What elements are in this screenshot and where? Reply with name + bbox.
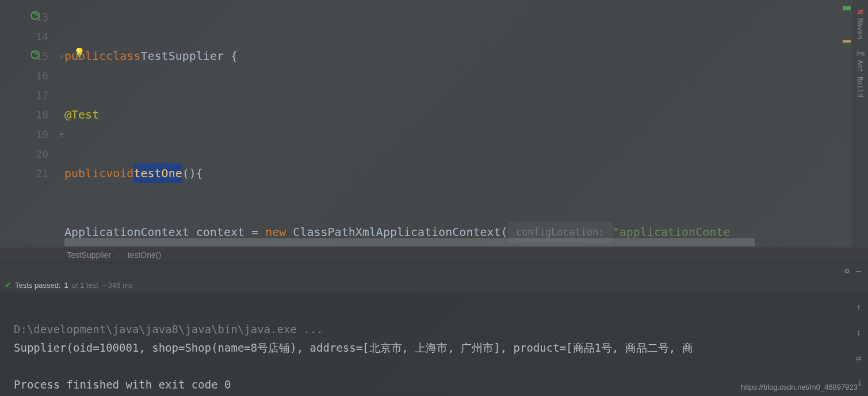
console-controls: ↑ ↓ ⇄ ⤓: [856, 298, 863, 393]
scroll-down-icon[interactable]: ↓: [856, 323, 863, 342]
scroll-up-icon[interactable]: ↑: [856, 298, 863, 317]
gutter-line-15[interactable]: 15 ⊟: [0, 46, 64, 66]
chevron-right-icon: ›: [118, 250, 121, 260]
test-status-label: Tests passed:: [15, 281, 61, 290]
inspection-ok-marker: [843, 6, 851, 10]
editor-area: 13 14 15 ⊟ 16 17 18 19 ⊟ 20: [0, 0, 868, 248]
hide-icon[interactable]: —: [856, 266, 861, 275]
gutter-line-19[interactable]: 19 ⊟: [0, 124, 64, 144]
right-tool-sidebar: m Maven 🐜 Ant Build: [852, 0, 868, 248]
gutter-line-21[interactable]: 21: [0, 163, 64, 183]
breadcrumb-class[interactable]: TestSupplier: [67, 250, 111, 260]
ant-tool-tab[interactable]: 🐜 Ant Build: [854, 44, 866, 102]
exit-message: Process finished with exit code 0: [14, 378, 231, 391]
gutter-line-14[interactable]: 14: [0, 26, 64, 46]
gutter-line-16[interactable]: 16: [0, 66, 64, 85]
run-test-icon[interactable]: [30, 10, 40, 23]
line-number: 18: [36, 109, 48, 121]
java-exec-path: D:\development\java\java8\java\bin\java.…: [14, 323, 323, 336]
fold-icon[interactable]: ⊟: [60, 53, 63, 59]
test-status-bar: ✔ Tests passed: 1 of 1 test – 346 ms: [0, 277, 868, 292]
maven-tool-tab[interactable]: m Maven: [855, 2, 865, 44]
line-number: 14: [36, 31, 48, 43]
console-output[interactable]: D:\development\java\java8\java\bin\java.…: [0, 292, 868, 396]
soft-wrap-icon[interactable]: ⇄: [856, 349, 863, 367]
horizontal-scrollbar[interactable]: [64, 238, 755, 246]
inspection-warn-marker[interactable]: [843, 40, 851, 43]
watermark: https://blog.csdn.net/m0_46897923: [741, 383, 858, 391]
svg-point-1: [31, 51, 39, 59]
gutter: 13 14 15 ⊟ 16 17 18 19 ⊟ 20: [0, 0, 64, 248]
breadcrumb-method[interactable]: testOne(): [128, 250, 161, 260]
code-line-14[interactable]: @Test: [64, 105, 868, 124]
code-area[interactable]: public class TestSupplier { @Test public…: [64, 0, 868, 248]
fold-end-icon[interactable]: ⊟: [60, 131, 63, 138]
code-line-13[interactable]: public class TestSupplier {: [64, 46, 868, 66]
gear-icon[interactable]: ⚙: [844, 266, 849, 275]
breadcrumb: TestSupplier › testOne(): [0, 248, 868, 262]
line-number: 19: [36, 128, 48, 140]
check-icon: ✔: [5, 280, 12, 290]
test-time: – 346 ms: [102, 281, 132, 290]
line-number: 20: [36, 148, 48, 160]
gutter-line-17[interactable]: 17: [0, 85, 64, 105]
gutter-line-20[interactable]: 20: [0, 144, 64, 163]
gutter-line-18[interactable]: 18: [0, 105, 64, 124]
code-line-15[interactable]: public void testOne(){: [64, 163, 868, 183]
tool-window-header: ⚙ —: [0, 262, 868, 277]
ant-icon: 🐜: [855, 48, 865, 58]
maven-icon: m: [858, 7, 862, 16]
line-number: 16: [36, 70, 48, 82]
program-output: Supplier(oid=100001, shop=Shop(name=8号店铺…: [14, 341, 693, 354]
run-test-icon[interactable]: [30, 50, 40, 62]
svg-point-0: [31, 12, 39, 20]
test-passed-count: 1: [64, 281, 68, 290]
line-number: 17: [36, 89, 48, 101]
gutter-line-13[interactable]: 13: [0, 7, 64, 26]
method-name-selection: testOne: [133, 163, 182, 183]
intention-bulb-icon[interactable]: 💡: [74, 47, 85, 58]
line-number: 21: [36, 167, 48, 180]
test-total: of 1 test: [72, 281, 98, 290]
